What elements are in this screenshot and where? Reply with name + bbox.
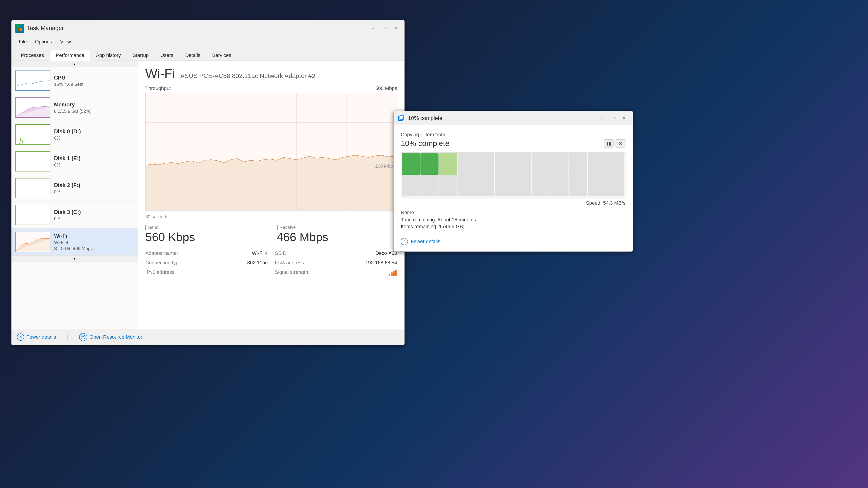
memory-name: Memory: [54, 101, 134, 108]
signal-bar-4: [395, 270, 397, 275]
sidebar-item-disk3[interactable]: Disk 3 (C:) 0%: [11, 202, 138, 229]
progress-cell: [606, 175, 624, 196]
graph-max: 500 Mbps: [375, 86, 397, 91]
sidebar-item-wifi[interactable]: Wi-Fi Wi-Fi 4 S: 0.6 R: 466 Mbps: [11, 229, 138, 256]
disk0-name: Disk 0 (D:): [54, 128, 134, 135]
copy-dialog-icon: [397, 114, 405, 122]
copying-label: Copying 1 item from: [401, 132, 625, 138]
disk3-thumbnail: [15, 205, 51, 225]
fewer-details-label: Fewer details: [26, 334, 56, 340]
panel-header: Wi-Fi ASUS PCE-AC88 802.11ac Network Ada…: [145, 66, 397, 81]
sidebar-item-disk2[interactable]: Disk 2 (F:) 0%: [11, 175, 138, 202]
svg-rect-7: [16, 152, 50, 171]
svg-marker-18: [146, 155, 397, 210]
copy-maximize-button[interactable]: □: [608, 115, 618, 122]
progress-cell: [458, 175, 475, 196]
detail-signal: Signal strength:: [275, 268, 397, 278]
disk3-detail: 0%: [54, 216, 134, 221]
speed-row: Speed: 54.3 MB/s: [401, 200, 625, 206]
wifi-speeds: S: 0.6 R: 466 Mbps: [54, 246, 134, 251]
sidebar-item-disk1[interactable]: Disk 1 (E:) 0%: [11, 148, 138, 175]
detail-ipv6: IPv6 address:: [145, 268, 268, 278]
detail-adapter-name: Adapter name: Wi-Fi 4: [145, 250, 268, 257]
tab-startup[interactable]: Startup: [127, 50, 154, 61]
panel-title: Wi-Fi: [145, 66, 175, 81]
tab-users[interactable]: Users: [155, 50, 179, 61]
footer: ∧ Fewer details | Open Resource Monitor: [11, 329, 404, 345]
titlebar-left: Task Manager: [15, 24, 64, 33]
signal-val: [389, 269, 397, 277]
cpu-detail: 15% 4.69 GHz: [54, 82, 134, 87]
sidebar-item-cpu[interactable]: CPU 15% 4.69 GHz: [11, 67, 138, 94]
menu-file[interactable]: File: [15, 38, 30, 46]
copy-name-row: Name:: [401, 210, 625, 216]
connection-type-val: 802.11ac: [247, 260, 268, 266]
memory-info: Memory 8.2/15.9 GB (52%): [54, 101, 134, 114]
disk1-thumbnail: [15, 151, 51, 171]
progress-cell: [588, 153, 606, 175]
name-label: Name:: [401, 210, 415, 215]
open-resource-monitor-button[interactable]: Open Resource Monitor: [79, 333, 143, 341]
tab-services[interactable]: Services: [206, 50, 237, 61]
svg-rect-9: [16, 205, 50, 225]
disk1-name: Disk 1 (E:): [54, 155, 134, 162]
menu-bar: File Options View: [11, 36, 404, 47]
graph-200-label: 200 Mbps: [375, 164, 395, 169]
progress-area: [401, 152, 625, 197]
tab-processes[interactable]: Processes: [15, 50, 50, 61]
fewer-details-copy-row[interactable]: ∧ Fewer details: [401, 234, 625, 245]
progress-cell: [402, 153, 420, 175]
progress-cell: [402, 175, 420, 196]
minimize-button[interactable]: –: [368, 25, 378, 32]
detail-ipv4: IPv4 address: 192.168.68.54: [275, 259, 397, 267]
fewer-details-button[interactable]: ∧ Fewer details: [17, 333, 56, 341]
adapter-name-val: Wi-Fi 4: [252, 250, 268, 256]
receive-stat: Receive 466 Mbps: [277, 225, 397, 244]
tab-details[interactable]: Details: [180, 50, 206, 61]
scroll-down-arrow[interactable]: ▼: [72, 257, 77, 261]
resource-monitor-icon: [79, 333, 87, 341]
progress-cell: [550, 175, 568, 196]
speed-text: Speed: 54.3 MB/s: [586, 200, 625, 206]
progress-cell: [606, 153, 624, 175]
copy-minimize-button[interactable]: –: [597, 115, 608, 122]
copy-pause-button[interactable]: ▮▮: [604, 139, 614, 148]
fewer-details-copy-label: Fewer details: [411, 238, 440, 245]
close-button[interactable]: ✕: [391, 25, 401, 32]
task-manager-icon: [15, 24, 24, 33]
sidebar-item-disk0[interactable]: Disk 0 (D:) 0%: [11, 121, 138, 148]
wifi-thumbnail: [15, 232, 51, 252]
signal-bar-2: [391, 272, 393, 275]
progress-cell: [588, 175, 606, 196]
wifi-name: Wi-Fi: [54, 233, 134, 239]
disk3-info: Disk 3 (C:) 0%: [54, 209, 134, 221]
send-stat: Send 560 Kbps: [145, 225, 266, 244]
wifi-info: Wi-Fi Wi-Fi 4 S: 0.6 R: 466 Mbps: [54, 233, 134, 251]
footer-separator: |: [67, 334, 68, 340]
maximize-button[interactable]: □: [379, 25, 390, 32]
progress-cell: [569, 153, 587, 175]
progress-cell: [421, 153, 438, 175]
copy-close-button[interactable]: ✕: [619, 115, 629, 122]
tab-performance[interactable]: Performance: [50, 50, 90, 61]
memory-thumbnail: [15, 97, 51, 118]
menu-view[interactable]: View: [57, 38, 74, 46]
signal-bar-3: [393, 271, 395, 275]
scroll-up-arrow[interactable]: ▲: [72, 62, 77, 66]
main-content: ▲ CPU 15% 4.69 GHz: [11, 61, 404, 329]
disk0-detail: 0%: [54, 135, 134, 141]
copy-items-row: Items remaining: 1 (46.5 GB): [401, 224, 625, 230]
svg-rect-1: [20, 26, 22, 28]
menu-options[interactable]: Options: [31, 38, 56, 46]
progress-cell: [439, 175, 457, 196]
sidebar-item-memory[interactable]: Memory 8.2/15.9 GB (52%): [11, 94, 138, 121]
fewer-details-copy-icon: ∧: [401, 238, 408, 245]
tab-app-history[interactable]: App history: [90, 50, 127, 61]
receive-label: Receive: [277, 225, 397, 230]
ipv6-key: IPv6 address:: [145, 269, 176, 277]
copy-cancel-button[interactable]: ✕: [616, 139, 625, 148]
detail-connection-type: Connection type: 802.11ac: [145, 259, 268, 267]
progress-cell: [439, 153, 457, 175]
progress-cell: [495, 175, 513, 196]
adapter-name-key: Adapter name:: [145, 250, 178, 256]
